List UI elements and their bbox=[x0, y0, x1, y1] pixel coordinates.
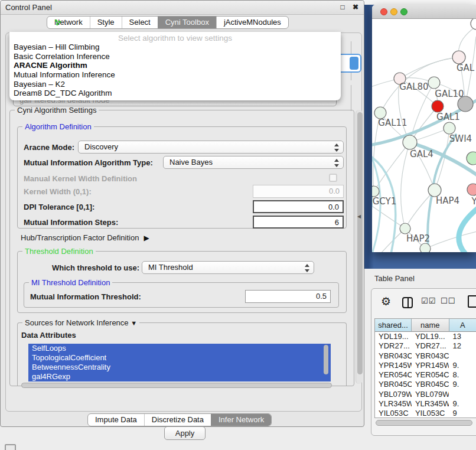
network-node-hap2[interactable] bbox=[400, 223, 410, 234]
checked-boxes-icon[interactable]: ☑☑ bbox=[421, 296, 436, 305]
columns-icon[interactable] bbox=[402, 297, 413, 308]
kernel-width-field[interactable]: 0.0 bbox=[253, 185, 344, 198]
table-row[interactable]: YIL053CYIL053C9 bbox=[375, 409, 476, 418]
control-panel-titlebar[interactable]: Control Panel □ ✖ bbox=[1, 1, 364, 15]
table-row[interactable]: YBR043CYBR043C bbox=[375, 351, 476, 361]
node-label-gal10: GAL10 bbox=[435, 89, 464, 99]
table-cell: YPR145W bbox=[412, 361, 449, 370]
tab-infer-network[interactable]: Infer Network bbox=[211, 414, 271, 426]
table-cell: YDR27... bbox=[375, 341, 412, 351]
close-icon[interactable]: ✖ bbox=[350, 2, 361, 12]
float-window-icon[interactable]: □ bbox=[337, 2, 348, 12]
table-cell: YDL19... bbox=[412, 332, 449, 341]
table-row[interactable]: YDR27...YDR27...12 bbox=[375, 341, 476, 351]
attribute-item-betweennesscentrality[interactable]: BetweennessCentrality bbox=[28, 363, 331, 372]
network-node-y[interactable] bbox=[467, 184, 476, 195]
dpi-tolerance-field[interactable]: 0.0 bbox=[253, 200, 344, 213]
settings-horizontal-scrollbar[interactable] bbox=[21, 383, 332, 388]
network-node-gal1[interactable] bbox=[432, 100, 444, 112]
network-edge[interactable] bbox=[400, 57, 459, 79]
table-cell: YPR145W bbox=[375, 361, 412, 370]
table-cell: YBR045C bbox=[412, 380, 449, 389]
table-cell: YLR345W bbox=[412, 399, 449, 409]
network-node-gal[interactable] bbox=[452, 51, 465, 64]
minimize-traffic-light[interactable] bbox=[390, 8, 397, 15]
algorithm-option-bayesian-k2[interactable]: Bayesian – K2 bbox=[9, 80, 341, 89]
list-vertical-scrollbar[interactable] bbox=[324, 345, 328, 374]
tab-discretize-data[interactable]: Discretize Data bbox=[144, 414, 211, 426]
network-node-swi4[interactable] bbox=[444, 122, 455, 134]
tab-select[interactable]: Select bbox=[122, 17, 158, 28]
network-node[interactable] bbox=[420, 243, 431, 252]
table-row[interactable]: YDL19...YDL19...13 bbox=[375, 332, 476, 341]
network-edge[interactable] bbox=[425, 231, 476, 249]
sources-group-title[interactable]: Sources for Network Inference ▼ bbox=[22, 319, 139, 327]
apply-button[interactable]: Apply bbox=[164, 426, 206, 440]
table-row[interactable]: YPR145WYPR145W9. bbox=[375, 361, 476, 370]
algorithm-option-basic-correlation-inference[interactable]: Basic Correlation Inference bbox=[9, 52, 341, 61]
table-row[interactable]: YER054CYER054C8. bbox=[375, 370, 476, 380]
node-label-gcy1: GCY1 bbox=[373, 196, 397, 207]
aracne-mode-value: Discovery bbox=[84, 142, 118, 151]
close-traffic-light[interactable] bbox=[380, 8, 387, 15]
table-horizontal-scrollbar[interactable] bbox=[376, 420, 472, 426]
which-threshold-combo[interactable]: MI Threshold bbox=[142, 261, 314, 274]
gear-icon[interactable]: ⚙ bbox=[381, 295, 391, 308]
zoom-traffic-light[interactable] bbox=[400, 8, 407, 15]
tab-impute-data[interactable]: Impute Data bbox=[88, 414, 144, 426]
attribute-item-gal4rgexp[interactable]: gal4RGexp bbox=[28, 372, 331, 381]
table-panel-title: Table Panel bbox=[374, 274, 415, 283]
network-node[interactable] bbox=[467, 152, 476, 165]
network-node[interactable] bbox=[471, 19, 476, 30]
manual-kernel-checkbox[interactable] bbox=[329, 174, 337, 182]
tab-jactivemnodules[interactable]: jActiveMNodules bbox=[216, 17, 288, 28]
table-row[interactable]: YBR045CYBR045C9. bbox=[375, 380, 476, 389]
settings-scrollbar-track[interactable] bbox=[356, 110, 363, 384]
table-cell: YIL053C bbox=[412, 409, 449, 418]
column-header-name[interactable]: name bbox=[412, 319, 449, 332]
aracne-mode-combo[interactable]: Discovery bbox=[78, 141, 344, 154]
mi-threshold-field[interactable]: 0.5 bbox=[245, 290, 331, 303]
table-cell: YLR345W bbox=[375, 399, 412, 409]
combo-spinner bbox=[350, 57, 358, 70]
network-edge[interactable] bbox=[401, 142, 410, 229]
algorithm-option-aracne-algorithm[interactable]: ARACNE Algorithm bbox=[9, 61, 341, 70]
network-canvas[interactable]: GALGAL80GAL10GAL1GAL11SWI4GAL4GCY1HAP4YH… bbox=[372, 19, 476, 252]
network-node-gal10[interactable] bbox=[428, 77, 440, 89]
network-node-gal4[interactable] bbox=[403, 135, 417, 149]
network-node-hap4[interactable] bbox=[428, 184, 441, 197]
bottom-left-resize-button[interactable] bbox=[5, 444, 16, 450]
algorithm-option-mutual-information-inference[interactable]: Mutual Information Inference bbox=[9, 70, 341, 80]
algorithm-option-bayesian-hill-climbing[interactable]: Bayesian – Hill Climbing bbox=[9, 43, 341, 52]
table-row[interactable]: YLR345WYLR345W9. bbox=[375, 399, 476, 409]
table-cell: 9 bbox=[449, 409, 476, 418]
network-view-window: GALGAL80GAL10GAL1GAL11SWI4GAL4GCY1HAP4YH… bbox=[372, 5, 476, 252]
network-edge[interactable] bbox=[459, 208, 476, 252]
tab-style[interactable]: Style bbox=[90, 17, 122, 28]
sources-group: Sources for Network Inference ▼ Data Att… bbox=[17, 322, 347, 386]
document-icon[interactable] bbox=[468, 295, 476, 308]
tab-cyni-toolbox[interactable]: Cyni Toolbox bbox=[158, 17, 216, 28]
table-cell: YBL079W bbox=[412, 390, 449, 399]
hub-definition-expander[interactable]: Hub/Transcription Factor Definition▶ bbox=[21, 233, 149, 242]
algorithm-option-dream8-dc-tdc-algorithm[interactable]: Dream8 DC_TDC Algorithm bbox=[9, 89, 341, 98]
split-pane-collapse-icon[interactable]: ◀ bbox=[357, 214, 361, 219]
network-window-titlebar[interactable] bbox=[372, 5, 476, 19]
attribute-item-topologicalcoefficient[interactable]: TopologicalCoefficient bbox=[28, 353, 331, 363]
mi-type-combo[interactable]: Naive Bayes bbox=[163, 156, 344, 169]
table-row[interactable]: YBL079WYBL079W bbox=[375, 390, 476, 399]
table-cell: YBR043C bbox=[412, 351, 449, 361]
tab-network[interactable]: Network bbox=[47, 17, 90, 28]
column-header-a[interactable]: A bbox=[449, 319, 476, 332]
column-header-shared[interactable]: shared... bbox=[375, 319, 412, 332]
network-node-gcy1[interactable] bbox=[372, 186, 379, 197]
mi-steps-field[interactable]: 6 bbox=[253, 216, 344, 229]
tab-label: Cyni Toolbox bbox=[165, 17, 209, 28]
node-label-y: Y bbox=[471, 196, 476, 207]
data-attributes-label: Data Attributes bbox=[21, 331, 76, 340]
unchecked-boxes-icon[interactable]: ☐☐ bbox=[441, 296, 455, 305]
network-node-gal11[interactable] bbox=[374, 107, 386, 119]
data-attributes-list[interactable]: SelfLoopsTopologicalCoefficientBetweenne… bbox=[28, 344, 331, 381]
attribute-item-selfloops[interactable]: SelfLoops bbox=[28, 344, 331, 353]
settings-scrollbar-thumb[interactable] bbox=[357, 112, 363, 374]
